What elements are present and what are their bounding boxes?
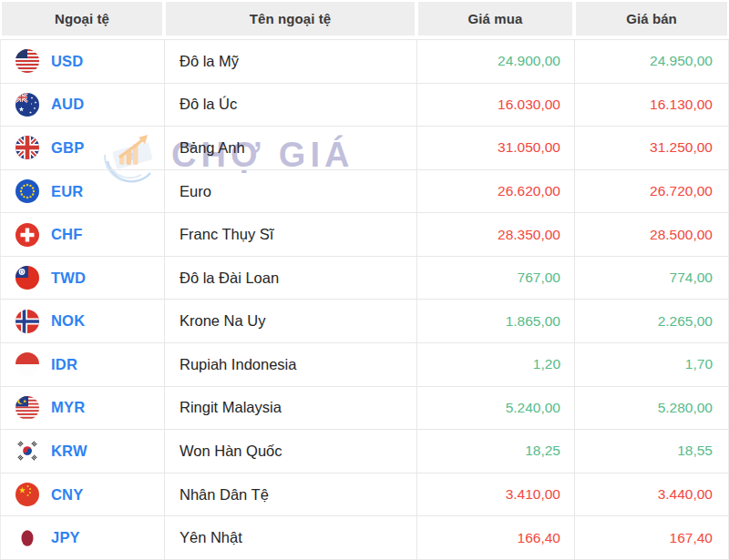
currency-name-cell: Franc Thụy Sĩ: [164, 213, 416, 256]
currency-name: Đô la Úc: [180, 96, 237, 113]
sell-price-cell: 28.500,00: [574, 213, 729, 256]
buy-price: 1.865,00: [506, 313, 560, 330]
buy-price-cell: 1,20: [416, 343, 574, 386]
table-row: JPY Yên Nhật 166,40 167,40: [0, 516, 729, 560]
sell-price-cell: 26.720,00: [574, 170, 729, 213]
currency-name-cell: Euro: [164, 170, 416, 213]
sell-price-cell: 3.440,00: [574, 473, 729, 516]
header-cell-buy: Giá mua: [418, 2, 572, 36]
currency-cell: USD: [0, 40, 164, 83]
currency-code-link[interactable]: JPY: [51, 529, 80, 546]
header-cell-name: Tên ngoại tệ: [166, 2, 415, 36]
buy-price: 31.050,00: [498, 139, 560, 156]
currency-code-link[interactable]: EUR: [51, 183, 83, 200]
buy-price-cell: 18,25: [416, 430, 574, 473]
buy-price-cell: 24.900,00: [416, 40, 574, 83]
currency-code-link[interactable]: KRW: [51, 443, 87, 460]
jpy-flag-icon: [15, 526, 39, 550]
sell-price: 5.280,00: [658, 400, 713, 416]
table-row: AUD Đô la Úc 16.030,00 16.130,00: [0, 84, 729, 127]
buy-price: 16.030,00: [498, 97, 560, 113]
currency-name-cell: Nhân Dân Tệ: [164, 473, 416, 516]
currency-name-cell: Bảng Anh: [164, 127, 416, 169]
sell-price-cell: 2.265,00: [574, 300, 729, 342]
myr-flag-icon: [15, 396, 39, 420]
sell-price: 26.720,00: [650, 183, 713, 199]
usd-flag-icon: [15, 49, 39, 73]
currency-code-link[interactable]: AUD: [51, 96, 84, 113]
currency-cell: KRW: [0, 430, 164, 473]
currency-name-cell: Đô la Đài Loan: [164, 257, 416, 300]
currency-code-link[interactable]: CNY: [51, 486, 83, 504]
currency-name-cell: Đô la Úc: [164, 84, 416, 127]
sell-price: 16.130,00: [650, 97, 713, 113]
header-cell-sell: Giá bán: [576, 2, 727, 36]
nok-flag-icon: [15, 310, 39, 333]
sell-price-cell: 5.280,00: [574, 387, 729, 430]
buy-price-cell: 767,00: [416, 257, 574, 300]
currency-code-link[interactable]: CHF: [51, 226, 83, 243]
currency-cell: EUR: [0, 170, 164, 213]
twd-flag-icon: [15, 266, 39, 290]
currency-name-cell: Krone Na Uy: [164, 300, 416, 342]
sell-price: 24.950,00: [650, 53, 713, 69]
currency-name: Euro: [180, 183, 211, 200]
currency-name-cell: Won Hàn Quốc: [164, 430, 416, 473]
sell-price: 3.440,00: [658, 486, 713, 503]
sell-price-cell: 774,00: [574, 257, 729, 300]
buy-price: 18,25: [525, 443, 560, 459]
table-row: KRW Won Hàn Quốc 18,25 18,55: [0, 430, 729, 473]
table-row: NOK Krone Na Uy 1.865,00 2.265,00: [0, 300, 729, 343]
currency-cell: NOK: [0, 300, 164, 342]
currency-name: Krone Na Uy: [180, 312, 265, 330]
currency-code-link[interactable]: GBP: [51, 139, 84, 157]
sell-price: 28.500,00: [650, 227, 713, 243]
buy-price-cell: 28.350,00: [416, 213, 574, 256]
currency-cell: MYR: [0, 387, 164, 430]
currency-name: Đô la Đài Loan: [180, 270, 279, 287]
currency-name: Đô la Mỹ: [180, 53, 239, 70]
buy-price-cell: 3.410,00: [416, 473, 574, 516]
sell-price: 167,40: [670, 530, 713, 546]
header-cell-currency: Ngoại tệ: [2, 2, 162, 36]
buy-price-cell: 31.050,00: [416, 127, 574, 169]
table-row: CNY Nhân Dân Tệ 3.410,00 3.440,00: [0, 473, 729, 517]
sell-price: 31.250,00: [650, 139, 713, 156]
gbp-flag-icon: [15, 136, 39, 159]
currency-cell: CNY: [0, 473, 164, 516]
sell-price-cell: 31.250,00: [574, 127, 729, 169]
buy-price: 3.410,00: [506, 486, 560, 503]
buy-price: 28.350,00: [498, 227, 560, 243]
sell-price-cell: 16.130,00: [574, 84, 729, 127]
table-row: USD Đô la Mỹ 24.900,00 24.950,00: [0, 39, 729, 84]
sell-price-cell: 1,70: [574, 343, 729, 386]
buy-price: 26.620,00: [498, 183, 560, 199]
table-row: GBP Bảng Anh 31.050,00 31.250,00: [0, 127, 729, 170]
table-body: USD Đô la Mỹ 24.900,00 24.950,00 AUD Đô …: [0, 39, 729, 560]
buy-price: 24.900,00: [498, 53, 560, 69]
currency-code-link[interactable]: MYR: [51, 399, 85, 416]
currency-name: Rupiah Indonesia: [180, 356, 296, 373]
currency-cell: GBP: [0, 127, 164, 169]
sell-price: 774,00: [670, 270, 713, 286]
currency-code-link[interactable]: IDR: [51, 356, 77, 373]
table-row: TWD Đô la Đài Loan 767,00 774,00: [0, 257, 729, 300]
currency-code-link[interactable]: USD: [51, 53, 83, 70]
buy-price: 166,40: [518, 530, 560, 546]
table-row: EUR Euro 26.620,00 26.720,00: [0, 170, 729, 214]
currency-code-link[interactable]: TWD: [51, 270, 86, 287]
buy-price-cell: 1.865,00: [416, 300, 574, 342]
currency-code-link[interactable]: NOK: [51, 312, 85, 330]
currency-name: Ringit Malaysia: [180, 399, 282, 416]
currency-cell: JPY: [0, 516, 164, 559]
currency-cell: TWD: [0, 257, 164, 300]
sell-price: 1,70: [685, 356, 713, 372]
buy-price-cell: 166,40: [416, 516, 574, 559]
currency-name-cell: Yên Nhật: [164, 516, 416, 559]
cny-flag-icon: [15, 483, 39, 506]
buy-price-cell: 26.620,00: [416, 170, 574, 213]
sell-price-cell: 18,55: [574, 430, 729, 473]
table-row: CHF Franc Thụy Sĩ 28.350,00 28.500,00: [0, 213, 729, 257]
eur-flag-icon: [15, 179, 39, 203]
buy-price-cell: 16.030,00: [416, 84, 574, 127]
